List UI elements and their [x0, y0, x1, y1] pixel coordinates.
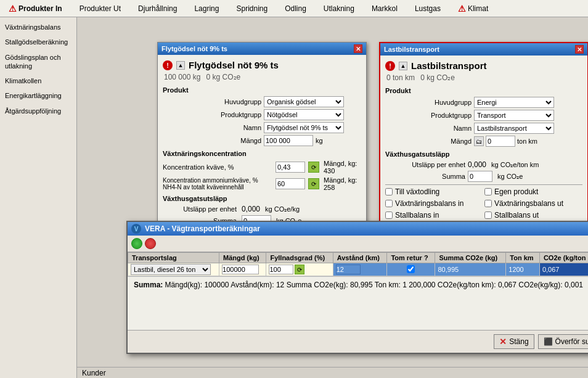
- vera-overfore-button[interactable]: ⬛ Överför summa till huvudkort: [538, 334, 588, 349]
- dialog2-utslepp-unit: kg CO₂e/ton km: [491, 161, 539, 169]
- dialog2-gas-section: Växthusgatsutsläpp: [385, 150, 582, 158]
- dialog2-checkbox-vaxtnar-in[interactable]: [385, 200, 393, 207]
- dialog1-konc-amm-calc-button[interactable]: ⟳: [308, 178, 319, 189]
- vera-tom-retur-checkbox[interactable]: [407, 265, 415, 273]
- vera-logo-icon: V: [131, 224, 141, 234]
- dialog2-checkbox6-label: Stallbalans ut: [494, 211, 539, 220]
- vera-cell-co2e-ton-km: 0,067: [539, 263, 588, 276]
- nav-lagring[interactable]: Lagring: [190, 2, 223, 15]
- sidebar-item-energikartlaggning[interactable]: Energikartläggning: [0, 88, 76, 103]
- nav-odling[interactable]: Odling: [281, 2, 310, 15]
- dialog1-titlebar: Flytgödsel nöt 9% ts ✕: [158, 43, 366, 55]
- dialog2-checkbox-vaxtnar-ut[interactable]: [484, 200, 492, 207]
- vera-fyllnadsgrad-input[interactable]: [269, 265, 293, 274]
- dialog2-huvudgrupp-row: Huvudgrupp Energi: [385, 97, 582, 108]
- dialog2-title-text: Lastbilstransport: [411, 60, 487, 71]
- sidebar-item-vaxtnaringsbalans[interactable]: Växtnäringsbalans: [0, 20, 76, 35]
- dialog1-produkt-section: Produkt: [163, 86, 361, 94]
- vera-mangd-input[interactable]: [222, 265, 259, 274]
- dialog1-huvudgrupp-select[interactable]: Organisk gödsel: [264, 96, 344, 107]
- dialog1-namn-label: Namn: [163, 124, 261, 131]
- nav-utlakning[interactable]: Utlakning: [320, 2, 358, 15]
- vera-cell-tom-retur[interactable]: [387, 263, 435, 276]
- sidebar-item-klimatkollen[interactable]: Klimatkollen: [0, 73, 76, 88]
- dialog2-subtitle: 0 ton km 0 kg CO₂e: [385, 73, 582, 82]
- vera-dialog: V VERA - Vägtransportberäkningar _ □ ✕: [126, 221, 588, 354]
- dialog1-collapse-button[interactable]: ▲: [176, 61, 185, 70]
- nav-markkol[interactable]: Markkol: [368, 2, 401, 15]
- dialog2-utslepp-value: 0,000: [468, 160, 486, 169]
- vera-cell-avstand[interactable]: [333, 263, 387, 276]
- vera-summa-text: Mängd(kg): 100000 Avstånd(km): 12 Summa …: [165, 281, 583, 289]
- dialog1-utslepp-label: Utsläpp per enhet: [163, 205, 237, 213]
- dialog2-checkbox6-row: Stallbalans ut: [484, 211, 582, 220]
- nav-klimat[interactable]: ⚠ Klimat: [454, 1, 492, 16]
- sidebar: Växtnäringsbalans Stallgödselberäkning G…: [0, 17, 77, 378]
- bottom-bar-text: Kunder: [82, 369, 106, 377]
- sidebar-item-atgardsuppfoljning[interactable]: Åtgärdsuppföljning: [0, 104, 76, 118]
- vera-th-tom-retur: Tom retur ?: [387, 253, 435, 263]
- sidebar-item-godslingplan[interactable]: Gödslingsplan och utlakning: [0, 50, 76, 74]
- dialog1-konc-kvaeve-input[interactable]: [276, 162, 305, 173]
- vera-cell-ton-km: 1200: [506, 263, 540, 276]
- dialog2-checkbox5-label: Stallbalans in: [395, 211, 439, 220]
- dialog2-mangd-input[interactable]: [486, 136, 515, 147]
- vera-summa-label: Summa:: [134, 281, 163, 289]
- dialog1-subtitle: 100 000 kg 0 kg CO₂e: [163, 73, 361, 81]
- dialog1-mangd-input[interactable]: [264, 135, 313, 146]
- nav-djurhallning[interactable]: Djurhållning: [134, 2, 181, 15]
- dialog2-utslepp-label: Utsläpp per enhet: [385, 161, 465, 168]
- sidebar-item-stallgodselberakning[interactable]: Stallgödselberäkning: [0, 35, 76, 49]
- dialog2-namn-select[interactable]: Lastbilstransport: [474, 123, 554, 134]
- dialog1-konc-amm-input[interactable]: [276, 178, 305, 189]
- dialog1-produktgrupp-select[interactable]: Nötgödsel: [264, 109, 344, 120]
- vera-summary: Summa: Mängd(kg): 100000 Avstånd(km): 12…: [128, 276, 588, 293]
- warning-icon-klimat: ⚠: [458, 4, 466, 14]
- vera-cell-transportslag[interactable]: Lastbil, diesel 26 ton: [128, 263, 219, 276]
- vera-th-mangd: Mängd (kg): [219, 253, 266, 263]
- dialog2-body: ! ▲ Lastbilstransport 0 ton km 0 kg CO₂e…: [380, 55, 587, 226]
- dialog2-titlebar: Lastbilstransport ✕: [380, 43, 587, 55]
- dialog2-checkbox-till-vaxtodling[interactable]: [385, 188, 393, 195]
- vera-transportslag-select[interactable]: Lastbil, diesel 26 ton: [131, 264, 211, 275]
- dialog2-checkbox-stallbalans-in[interactable]: [385, 212, 393, 219]
- vera-avstand-input[interactable]: [336, 265, 361, 274]
- top-navigation: ⚠ Produkter In Produkter Ut Djurhållning…: [0, 0, 588, 17]
- vera-titlebar: V VERA - Vägtransportberäkningar _ □ ✕: [128, 222, 588, 236]
- vera-cell-mangd[interactable]: [219, 263, 266, 276]
- dialog2-close-button[interactable]: ✕: [575, 45, 584, 54]
- dialog2-mangd-icon[interactable]: 🗂: [474, 136, 484, 146]
- nav-spridning[interactable]: Spridning: [232, 2, 271, 15]
- nav-produkter-ut[interactable]: Produkter Ut: [76, 2, 125, 15]
- vera-add-button[interactable]: [131, 238, 142, 249]
- vera-stang-button[interactable]: ✕ Stäng: [494, 334, 534, 349]
- dialog1-konc-kvaeve-calc-button[interactable]: ⟳: [308, 162, 319, 173]
- dialog1-close-button[interactable]: ✕: [354, 44, 362, 53]
- dialog2-summa-input[interactable]: [468, 171, 492, 182]
- dialog2-namn-label: Namn: [385, 125, 472, 132]
- vera-fyllnadsgrad-calc-button[interactable]: ⟳: [295, 265, 304, 274]
- dialog1-namn-select[interactable]: Flytgödsel nöt 9% ts: [264, 122, 344, 133]
- vera-transport-table: Transportslag Mängd (kg) Fyllnadsgrad (%…: [128, 252, 588, 276]
- vera-remove-button[interactable]: [145, 238, 156, 249]
- dialog1-mangd-unit: kg: [316, 137, 323, 144]
- dialog2-checkbox-stallbalans-ut[interactable]: [484, 212, 492, 219]
- vera-toolbar: [128, 236, 588, 252]
- dialog1-konc-kvaeve-label: Koncentration kväve, %: [163, 163, 274, 171]
- vera-th-summa-co2e: Summa CO2e (kg): [435, 253, 506, 263]
- dialog2-checkbox1-row: Till växtodling: [385, 187, 483, 196]
- vera-cell-fyllnadsgrad[interactable]: ⟳: [266, 263, 333, 276]
- vera-empty-area: [128, 293, 588, 330]
- nav-produkter-in[interactable]: ⚠ Produkter In: [5, 1, 66, 16]
- dialog2-checkbox5-row: Stallbalans in: [385, 211, 483, 220]
- content-area: Flytgödsel nöt 9% ts ✕ ! ▲ Flytgödsel nö…: [77, 17, 588, 378]
- vera-table-header-row: Transportslag Mängd (kg) Fyllnadsgrad (%…: [128, 253, 589, 263]
- dialog2-huvudgrupp-select[interactable]: Energi: [474, 97, 554, 108]
- dialog-lastbilstransport: Lastbilstransport ✕ ! ▲ Lastbilstranspor…: [379, 42, 588, 228]
- dialog2-namn-row: Namn Lastbilstransport: [385, 123, 582, 134]
- dialog2-produktgrupp-select[interactable]: Transport: [474, 110, 554, 121]
- dialog2-collapse-button[interactable]: ▲: [399, 62, 407, 70]
- dialog2-checkbox-egen-produkt[interactable]: [484, 188, 492, 195]
- nav-lustgas[interactable]: Lustgas: [411, 2, 444, 15]
- dialog-flytgodsel: Flytgödsel nöt 9% ts ✕ ! ▲ Flytgödsel nö…: [157, 42, 367, 234]
